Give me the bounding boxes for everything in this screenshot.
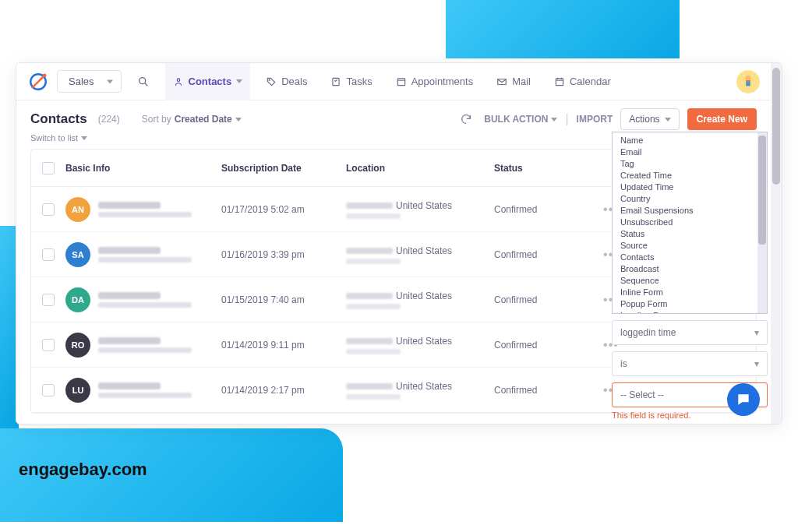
contact-avatar: DA	[65, 287, 90, 312]
filter-field-value: loggedin time	[620, 327, 676, 338]
window-scrollbar[interactable]	[771, 63, 782, 424]
svg-line-3	[145, 83, 147, 86]
subscription-date: 01/15/2019 7:40 am	[221, 294, 346, 305]
filter-operator-value: is	[620, 358, 627, 369]
app-window: Sales Contacts Deals Tasks Appointm	[16, 62, 782, 425]
nav-label: Deals	[281, 76, 307, 87]
sort-label: Sort by	[142, 114, 171, 125]
sort-control[interactable]: Sort by Created Date	[142, 114, 242, 125]
contact-email-blur	[98, 212, 192, 217]
nav-appointments[interactable]: Appointments	[388, 63, 482, 100]
bg-shape-top	[446, 0, 680, 58]
row-checkbox[interactable]	[42, 248, 55, 261]
nav-label: Mail	[512, 76, 531, 87]
scrollbar-thumb[interactable]	[772, 68, 780, 185]
contact-name-blur	[98, 202, 161, 209]
location-cell: United States	[346, 336, 494, 354]
filter-field-option[interactable]: Sequence	[613, 274, 767, 286]
contact-cell: DA	[65, 287, 221, 312]
brand-logo[interactable]	[27, 71, 49, 93]
app-inner: Sales Contacts Deals Tasks Appointm	[16, 63, 771, 424]
filter-field-option[interactable]: Tag	[613, 157, 767, 169]
location-cell: United States	[346, 245, 494, 264]
col-status: Status	[494, 163, 595, 174]
filter-field-option[interactable]: Source	[613, 239, 767, 251]
search-button[interactable]	[129, 68, 157, 96]
filter-field-list[interactable]: NameEmailTagCreated TimeUpdated TimeCoun…	[612, 132, 768, 314]
contact-cell: SA	[65, 242, 221, 267]
filter-value: -- Select --	[620, 389, 664, 400]
svg-point-5	[269, 79, 270, 80]
field-list-scrollbar[interactable]	[757, 132, 767, 313]
contact-email-blur	[98, 347, 192, 353]
svg-rect-10	[556, 78, 563, 85]
chevron-down-icon	[107, 79, 113, 83]
sort-value: Created Date	[175, 114, 232, 125]
svg-rect-6	[333, 78, 339, 85]
record-count: (224)	[98, 114, 120, 125]
nav-mail[interactable]: Mail	[489, 63, 538, 100]
filter-field-option[interactable]: Inline Form	[613, 286, 767, 298]
nav-calendar[interactable]: Calendar	[546, 63, 619, 100]
filter-field-option[interactable]: Updated Time	[613, 181, 767, 192]
filter-field-select[interactable]: loggedin time ▾	[612, 320, 768, 345]
contact-cell: LU	[65, 378, 221, 403]
filter-field-option[interactable]: Broadcast	[613, 262, 767, 274]
contact-avatar: AN	[65, 197, 90, 222]
subscription-date: 01/14/2019 2:17 pm	[221, 385, 346, 396]
contact-avatar: LU	[65, 378, 90, 403]
filter-field-option[interactable]: Contacts	[613, 251, 767, 262]
svg-rect-7	[397, 78, 404, 85]
chat-fab[interactable]	[727, 383, 760, 416]
nav-deals[interactable]: Deals	[258, 63, 315, 100]
nav-label: Calendar	[570, 76, 611, 87]
nav-contacts[interactable]: Contacts	[165, 63, 251, 100]
contact-name-blur	[98, 292, 161, 299]
svg-point-14	[745, 75, 750, 80]
user-avatar[interactable]	[736, 70, 760, 93]
status-cell: Confirmed	[494, 204, 595, 215]
scrollbar-thumb[interactable]	[758, 136, 766, 245]
svg-point-2	[139, 77, 145, 83]
subscription-date: 01/16/2019 3:39 pm	[221, 249, 346, 260]
svg-point-4	[177, 78, 180, 81]
filter-field-option[interactable]: Email	[613, 146, 767, 157]
import-button[interactable]: IMPORT	[577, 114, 613, 125]
chevron-down-icon	[235, 118, 242, 122]
separator: |	[565, 112, 568, 126]
contact-name-blur	[98, 382, 161, 389]
view-switch-label: Switch to list	[30, 133, 78, 143]
col-location: Location	[346, 163, 494, 174]
nav-label: Appointments	[411, 76, 474, 87]
contact-email-blur	[98, 302, 192, 308]
contact-cell: AN	[65, 197, 221, 222]
actions-menu[interactable]: Actions	[620, 108, 679, 130]
svg-rect-16	[747, 80, 750, 83]
filter-field-option[interactable]: Name	[613, 134, 767, 146]
workspace-select[interactable]: Sales	[57, 70, 122, 93]
create-new-button[interactable]: Create New	[687, 108, 757, 130]
filter-field-option[interactable]: Email Suspensions	[613, 204, 767, 216]
nav-tasks[interactable]: Tasks	[323, 63, 380, 100]
bulk-action-menu[interactable]: BULK ACTION	[484, 114, 557, 125]
filter-field-option[interactable]: Status	[613, 227, 767, 239]
contact-name-blur	[98, 337, 161, 344]
refresh-button[interactable]	[456, 109, 476, 129]
filter-field-option[interactable]: Unsubscribed	[613, 216, 767, 227]
filter-field-option[interactable]: Country	[613, 192, 767, 204]
filter-field-option[interactable]: Created Time	[613, 169, 767, 181]
row-checkbox[interactable]	[42, 384, 55, 396]
actions-label: Actions	[629, 114, 659, 125]
status-cell: Confirmed	[494, 249, 595, 260]
row-checkbox[interactable]	[42, 294, 55, 306]
page-header: Contacts (224) Sort by Created Date BULK…	[16, 100, 771, 133]
filter-operator-select[interactable]: is ▾	[612, 351, 768, 376]
row-checkbox[interactable]	[42, 339, 55, 351]
select-all-checkbox[interactable]	[42, 162, 55, 174]
row-checkbox[interactable]	[42, 203, 55, 216]
contact-cell: RO	[65, 333, 221, 358]
workspace-label: Sales	[69, 76, 94, 87]
contact-avatar: SA	[65, 242, 90, 267]
filter-field-option[interactable]: Popup Form	[613, 298, 767, 309]
filter-field-option[interactable]: Landing Page	[613, 309, 767, 314]
